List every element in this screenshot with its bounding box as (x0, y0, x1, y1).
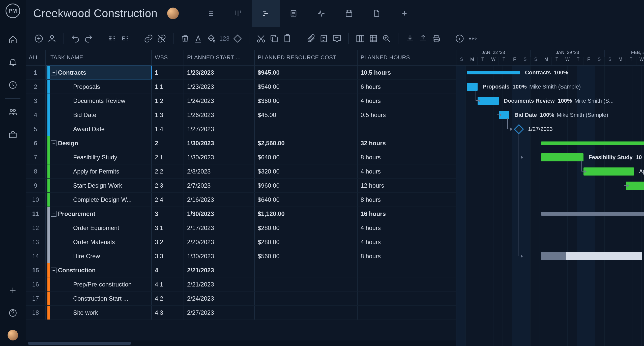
gantt-task-bar[interactable] (478, 97, 499, 105)
view-add-icon[interactable] (391, 0, 418, 27)
task-row[interactable]: 10Complete Design W...2.42/16/2023$640.0… (26, 193, 456, 207)
cost-cell[interactable] (255, 306, 358, 320)
task-row[interactable]: 15−Construction42/21/2023 (26, 263, 456, 277)
download-icon[interactable] (404, 33, 416, 45)
wbs-cell[interactable]: 2.4 (152, 193, 184, 207)
wbs-cell[interactable]: 4.3 (152, 306, 184, 320)
col-header-taskname[interactable]: TASK NAME (46, 50, 152, 65)
start-date-cell[interactable]: 1/30/2023 (184, 207, 255, 221)
col-header-wbs[interactable]: WBS (152, 50, 184, 65)
task-row[interactable]: 14Hire Crew3.31/30/2023$560.008 hours (26, 249, 456, 263)
hours-cell[interactable]: 8 hours (358, 249, 456, 263)
cost-cell[interactable] (255, 263, 358, 277)
wbs-cell[interactable]: 3.2 (152, 235, 184, 249)
gantt-task-bar[interactable] (541, 153, 583, 161)
row-number[interactable]: 5 (26, 122, 46, 136)
view-activity-icon[interactable] (307, 0, 335, 27)
col-header-cost[interactable]: PLANNED RESOURCE COST (255, 50, 358, 65)
people-icon[interactable] (8, 107, 18, 117)
start-date-cell[interactable]: 2/16/2023 (184, 193, 255, 207)
wbs-cell[interactable]: 2 (152, 136, 184, 150)
horizontal-scrollbar[interactable] (26, 340, 456, 346)
gantt-task-bar[interactable] (541, 252, 642, 260)
gantt-summary-bar[interactable] (467, 71, 520, 74)
start-date-cell[interactable]: 1/26/2023 (184, 108, 255, 122)
start-date-cell[interactable]: 1/30/2023 (184, 150, 255, 164)
hours-cell[interactable]: 32 hours (358, 136, 456, 150)
copy-icon[interactable] (268, 33, 280, 45)
row-number[interactable]: 17 (26, 292, 46, 305)
cost-cell[interactable]: $280.00 (255, 221, 358, 235)
cost-cell[interactable]: $1,120.00 (255, 207, 358, 221)
task-name-cell[interactable]: Order Equipment (46, 221, 152, 235)
task-row[interactable]: 16Prep/Pre-construction4.12/21/2023 (26, 277, 456, 292)
row-number[interactable]: 16 (26, 277, 46, 291)
start-date-cell[interactable]: 2/27/2023 (184, 306, 255, 320)
start-date-cell[interactable]: 2/21/2023 (184, 263, 255, 277)
wbs-cell[interactable]: 3.3 (152, 249, 184, 263)
start-date-cell[interactable]: 1/23/2023 (184, 66, 255, 79)
col-header-all[interactable]: ALL (26, 50, 46, 65)
task-name-cell[interactable]: Complete Design W... (46, 193, 152, 207)
wbs-cell[interactable]: 1.3 (152, 108, 184, 122)
clock-icon[interactable] (8, 80, 18, 90)
cost-cell[interactable]: $960.00 (255, 179, 358, 192)
cost-cell[interactable]: $320.00 (255, 164, 358, 178)
start-date-cell[interactable]: 2/17/2023 (184, 221, 255, 235)
hours-cell[interactable]: 8 hours (358, 193, 456, 207)
task-row[interactable]: 6−Design21/30/2023$2,560.0032 hours (26, 136, 456, 150)
collapse-toggle[interactable]: − (51, 140, 56, 146)
task-name-cell[interactable]: Award Date (46, 122, 152, 136)
toolbar-number[interactable]: 123 (218, 35, 230, 42)
gantt-body[interactable]: Contracts 100%Proposals 100%Mike Smith (… (456, 66, 644, 346)
briefcase-icon[interactable] (8, 130, 18, 139)
hours-cell[interactable]: 4 hours (358, 221, 456, 235)
outdent-icon[interactable] (106, 33, 118, 45)
row-number[interactable]: 14 (26, 249, 46, 263)
hours-cell[interactable] (358, 306, 456, 320)
project-avatar[interactable] (167, 8, 179, 19)
task-row[interactable]: 17Construction Start ...4.22/24/2023 (26, 292, 456, 306)
start-date-cell[interactable]: 2/3/2023 (184, 164, 255, 178)
columns-icon[interactable] (354, 33, 366, 45)
start-date-cell[interactable]: 2/24/2023 (184, 292, 255, 305)
cost-cell[interactable]: $560.00 (255, 249, 358, 263)
row-number[interactable]: 10 (26, 193, 46, 207)
wbs-cell[interactable]: 4.1 (152, 277, 184, 291)
cost-cell[interactable]: $45.00 (255, 108, 358, 122)
start-date-cell[interactable]: 2/20/2023 (184, 235, 255, 249)
cost-cell[interactable] (255, 277, 358, 291)
comment-icon[interactable] (331, 33, 343, 45)
task-row[interactable]: 12Order Equipment3.12/17/2023$280.004 ho… (26, 221, 456, 235)
hours-cell[interactable]: 4 hours (358, 94, 456, 108)
col-header-start[interactable]: PLANNED START ... (184, 50, 255, 65)
task-row[interactable]: 9Start Design Work2.32/7/2023$960.0012 h… (26, 179, 456, 193)
cost-cell[interactable]: $540.00 (255, 80, 358, 94)
view-calendar-icon[interactable] (335, 0, 363, 27)
wbs-cell[interactable]: 2.2 (152, 164, 184, 178)
bell-icon[interactable] (8, 57, 18, 67)
wbs-cell[interactable]: 1 (152, 66, 184, 79)
upload-icon[interactable] (417, 33, 429, 45)
task-name-cell[interactable]: −Construction (46, 263, 152, 277)
row-number[interactable]: 12 (26, 221, 46, 235)
collapse-toggle[interactable]: − (51, 211, 56, 217)
task-row[interactable]: 18Site work4.32/27/2023 (26, 306, 456, 320)
task-name-cell[interactable]: Construction Start ... (46, 292, 152, 305)
hours-cell[interactable]: 4 hours (358, 164, 456, 178)
hours-cell[interactable] (358, 292, 456, 305)
task-name-cell[interactable]: Bid Date (46, 108, 152, 122)
gantt-summary-bar[interactable] (541, 212, 644, 216)
person-icon[interactable] (46, 33, 58, 45)
view-gantt-icon[interactable] (252, 0, 280, 27)
collapse-toggle[interactable]: − (51, 268, 56, 273)
col-header-hours[interactable]: PLANNED HOURS (358, 50, 456, 65)
task-row[interactable]: 13Order Materials3.22/20/2023$280.004 ho… (26, 235, 456, 249)
task-name-cell[interactable]: −Design (46, 136, 152, 150)
grid-icon[interactable] (367, 33, 379, 45)
hours-cell[interactable]: 16 hours (358, 207, 456, 221)
view-board-icon[interactable] (224, 0, 252, 27)
unlink-icon[interactable] (156, 33, 168, 45)
cost-cell[interactable]: $945.00 (255, 66, 358, 79)
row-number[interactable]: 13 (26, 235, 46, 249)
